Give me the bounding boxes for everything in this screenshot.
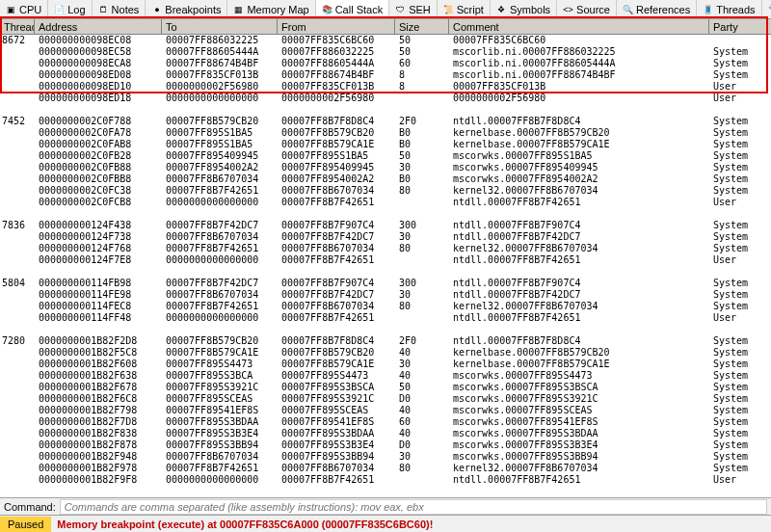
stack-row[interactable]: 0000000001B82F60800007FF895S447300007FF8… <box>0 359 771 370</box>
cell-party: System <box>709 162 767 173</box>
col-party[interactable]: Party <box>709 19 767 34</box>
cell-from: 00007FF8B6707034 <box>278 185 395 197</box>
stack-row[interactable]: 0000000001B82F83800007FF895S3B3E400007FF… <box>0 428 771 439</box>
stack-row[interactable]: 0000000002C0FA7800007FF895S1BA500007FF8B… <box>0 127 771 139</box>
cell-party: User <box>709 93 767 104</box>
cell-party: System <box>709 463 767 474</box>
stack-row[interactable]: 000000000124F73800007FF8B670703400007FF8… <box>0 231 771 243</box>
cell-party: System <box>709 382 767 393</box>
cell-comment: kernel32.00007FF8B6707034 <box>449 463 709 474</box>
cell-party: System <box>709 139 767 150</box>
col-address[interactable]: Address <box>35 19 162 34</box>
stack-row[interactable]: 000000000098ED18000000000000000000000000… <box>0 93 771 104</box>
cell-comment: mscorwks.00007FF8954002A2 <box>449 173 709 185</box>
tab-log[interactable]: 📄Log <box>48 0 92 18</box>
stack-row[interactable]: 0000000002C0FB2800007FF89540994500007FF8… <box>0 150 771 162</box>
stack-row[interactable]: 0000000001B82F9F8000000000000000000007FF… <box>0 474 771 486</box>
stack-row[interactable]: 0000000002C0FC3800007FF8B7F4265100007FF8… <box>0 185 771 197</box>
stack-row[interactable]: 0000000001B82F63800007FF895S3BCA00007FF8… <box>0 370 771 382</box>
stack-row[interactable]: 000000000114FB9800007FF8B7F42DC700007FF8… <box>0 278 771 289</box>
cell-from: 00007FF8B7F42651 <box>278 474 395 486</box>
threads-icon: 🧵 <box>703 4 713 14</box>
stack-row[interactable]: 0000000001B82F5C800007FF8B579CA1E00007FF… <box>0 347 771 359</box>
cell-size <box>395 474 449 486</box>
cell-from: 00007FF8B7F907C4 <box>278 278 395 289</box>
tab-label: CPU <box>19 4 41 15</box>
stack-row[interactable]: 0000000002C0FCB8000000000000000000007FF8… <box>0 197 771 208</box>
cell-party: System <box>709 393 767 405</box>
tab-handles[interactable]: 🔧Handles <box>762 0 771 18</box>
cell-thread <box>0 347 35 359</box>
stack-row[interactable]: 000000000098ED0800007FF835CF013B00007FF8… <box>0 69 771 81</box>
tab-notes[interactable]: 🗒Notes <box>93 0 146 18</box>
stack-row[interactable]: 0000000002C0FBB800007FF8B670703400007FF8… <box>0 173 771 185</box>
cell-address: 000000000098ED08 <box>35 69 162 81</box>
cell-comment: mscorwks.00007FF895S3B3E4 <box>449 439 709 451</box>
col-thread[interactable]: Thread <box>0 19 35 34</box>
col-comment[interactable]: Comment <box>449 19 709 34</box>
stack-row[interactable]: 0000000002C0FB8800007FF8954002A200007FF8… <box>0 162 771 173</box>
cell-address: 0000000001B82F678 <box>35 382 162 393</box>
callstack-grid[interactable]: 8672000000000098EC0800007FF8860322250000… <box>0 35 771 495</box>
stack-row[interactable]: 0000000002C0FAB800007FF895S1BA500007FF8B… <box>0 139 771 150</box>
col-size[interactable]: Size <box>395 19 449 34</box>
stack-row[interactable]: 000000000098ED100000000002F5698000007FF8… <box>0 81 771 93</box>
stack-row[interactable]: 000000000098EC0800007FF88603222500007FF8… <box>0 35 771 46</box>
cell-thread <box>0 463 35 474</box>
stack-row[interactable]: 0000000002C0F78800007FF8B579CB2000007FF8… <box>0 116 771 127</box>
cell-size <box>395 197 449 208</box>
stack-row[interactable]: 000000000124F43800007FF8B7F42DC700007FF8… <box>0 220 771 231</box>
cell-thread <box>0 428 35 439</box>
tab-symbols[interactable]: ❖Symbols <box>491 0 557 18</box>
tab-seh[interactable]: 🛡SEH <box>389 0 438 18</box>
tab-threads[interactable]: 🧵Threads <box>697 0 761 18</box>
stack-row[interactable]: 0000000001B82F6C800007FF895SCEAS00007FF8… <box>0 393 771 405</box>
cell-to: 00007FF88605444A <box>162 46 278 58</box>
cell-party: System <box>709 278 767 289</box>
cell-from: 00007FF8B7F42651 <box>278 197 395 208</box>
col-to[interactable]: To <box>162 19 278 34</box>
stack-row[interactable]: 0000000001B82F97800007FF8B7F4265100007FF… <box>0 463 771 474</box>
status-message: Memory breakpoint (execute) at 00007FF83… <box>51 517 771 532</box>
references-icon: 🔍 <box>623 4 633 14</box>
cell-comment: mscorlib.ni.00007FF88674B4BF <box>449 69 709 81</box>
cell-address: 0000000001B82F608 <box>35 359 162 370</box>
col-from[interactable]: From <box>278 19 395 34</box>
log-icon: 📄 <box>54 4 65 14</box>
tab-references[interactable]: 🔍References <box>617 0 697 18</box>
stack-row[interactable]: 0000000001B82F67800007FF895S3921C00007FF… <box>0 382 771 393</box>
cell-party: User <box>709 81 767 93</box>
cell-size: 30 <box>395 162 449 173</box>
stack-row[interactable]: 0000000001B82F87800007FF895S3BB9400007FF… <box>0 439 771 451</box>
cell-address: 0000000001B82F6C8 <box>35 393 162 405</box>
stack-row[interactable]: 000000000124F76800007FF8B7F4265100007FF8… <box>0 243 771 254</box>
tab-call-stack[interactable]: 📚Call Stack <box>316 0 390 18</box>
cell-thread <box>0 254 35 266</box>
cell-party: System <box>709 370 767 382</box>
stack-row[interactable]: 0000000001B82F79800007FF89541EF8S00007FF… <box>0 405 771 416</box>
stack-row[interactable]: 000000000114FE9800007FF8B670703400007FF8… <box>0 289 771 301</box>
cell-to: 00007FF835CF013B <box>162 69 278 81</box>
command-input[interactable] <box>60 499 767 515</box>
stack-row[interactable]: 000000000114FF48000000000000000000007FF8… <box>0 312 771 324</box>
tab-script[interactable]: 📜Script <box>438 0 491 18</box>
cell-thread <box>0 393 35 405</box>
cell-party: System <box>709 301 767 312</box>
cell-from: 00007FF8B7F8D8C4 <box>278 116 395 127</box>
stack-row[interactable]: 0000000001B82F94800007FF8B670703400007FF… <box>0 451 771 463</box>
stack-row[interactable]: 000000000098ECA800007FF88674B4BF00007FF8… <box>0 58 771 69</box>
cell-from: 00007FF8B6707034 <box>278 301 395 312</box>
stack-row[interactable]: 0000000001B82F2D800007FF8B579CB2000007FF… <box>0 335 771 347</box>
tab-source[interactable]: <>Source <box>557 0 617 18</box>
stack-row[interactable]: 0000000001B82F7D800007FF895S3BDAA00007FF… <box>0 416 771 428</box>
cell-party: System <box>709 46 767 58</box>
tab-breakpoints[interactable]: ●Breakpoints <box>146 0 227 18</box>
tab-memory-map[interactable]: ▦Memory Map <box>227 0 315 18</box>
tab-label: Notes <box>112 4 140 15</box>
thread-id: 7836 <box>0 220 35 231</box>
stack-row[interactable]: 000000000124F7E8000000000000000000007FF8… <box>0 254 771 266</box>
stack-row[interactable]: 000000000098EC5800007FF88605444A00007FF8… <box>0 46 771 58</box>
cell-from: 00007FF895S1BA5 <box>278 150 395 162</box>
tab-cpu[interactable]: ▣CPU <box>0 0 48 18</box>
stack-row[interactable]: 000000000114FEC800007FF8B7F4265100007FF8… <box>0 301 771 312</box>
